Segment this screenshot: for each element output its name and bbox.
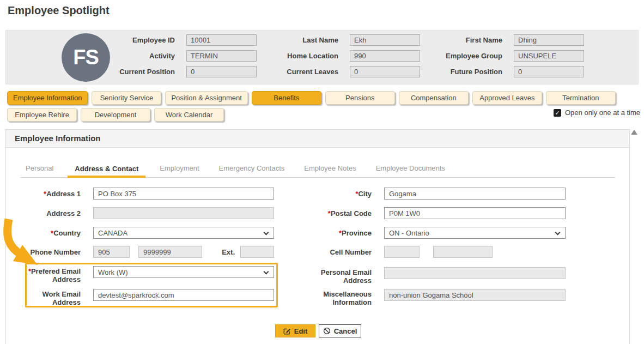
field-label: Activity — [99, 50, 175, 62]
country-label: *Country — [15, 229, 81, 237]
work-email-input[interactable] — [93, 289, 274, 301]
work-email-label: Work Email Address — [15, 290, 81, 306]
tab-seniority-service[interactable]: Seniority Service — [92, 91, 161, 105]
tab-position-assignment[interactable]: Position & Assignment — [165, 91, 247, 105]
employee-identity-panel: FS Employee ID Activity Current Position… — [5, 30, 639, 85]
ban-icon — [323, 327, 331, 335]
field-label: Employee ID — [99, 34, 175, 46]
current-position-field[interactable] — [186, 66, 257, 77]
open-only-one-checkbox[interactable]: ✓ — [554, 109, 561, 117]
field-label: Last Name — [262, 34, 338, 46]
subtab-employment[interactable]: Employment — [154, 164, 204, 177]
last-name-field[interactable] — [350, 34, 420, 46]
yellow-arrow-icon — [3, 217, 39, 267]
city-label: *City — [309, 190, 372, 198]
future-position-field[interactable] — [514, 66, 584, 77]
subtab-emergency-contacts[interactable]: Emergency Contacts — [214, 164, 290, 177]
tab-employee-rehire[interactable]: Employee Rehire — [7, 108, 77, 122]
scroll-up-triangle-icon[interactable] — [631, 130, 637, 135]
preferred-email-label: *Prefered Email Address — [15, 267, 81, 283]
chevron-down-icon — [264, 230, 269, 236]
ext-label: Ext. — [213, 248, 235, 256]
employee-information-panel: Employee Information Personal Address & … — [5, 129, 630, 344]
field-label: Current Position — [99, 66, 175, 77]
subtab-personal[interactable]: Personal — [20, 164, 59, 177]
tab-benefits[interactable]: Benefits — [252, 91, 321, 105]
pen-square-icon — [283, 327, 291, 335]
subtab-employee-documents[interactable]: Employee Documents — [370, 164, 451, 177]
tab-development[interactable]: Development — [81, 108, 150, 122]
cancel-button[interactable]: Cancel — [319, 324, 361, 337]
tab-termination[interactable]: Termination — [546, 91, 616, 105]
cell-area-input — [384, 246, 420, 258]
tab-row-1: Employee Information Seniority Service P… — [7, 91, 616, 105]
field-label: Current Leaves — [262, 66, 338, 77]
page-title: Employee Spotlight — [8, 4, 110, 17]
cell-number-label: Cell Number — [309, 248, 372, 256]
city-input[interactable] — [384, 188, 566, 200]
header-column-3: First Name Employee Group Future Positio… — [426, 34, 584, 77]
preferred-email-select[interactable]: Work (W) — [93, 266, 274, 278]
employee-id-field[interactable] — [186, 34, 257, 46]
address1-label: *Address 1 — [15, 190, 81, 198]
address2-label: Address 2 — [15, 209, 81, 218]
address2-input — [93, 207, 274, 219]
subtab-bar: Personal Address & Contact Employment Em… — [20, 164, 615, 178]
header-column-2: Last Name Home Location Current Leaves — [262, 34, 420, 77]
field-label: First Name — [426, 34, 502, 46]
cell-number-input — [433, 246, 493, 258]
misc-info-label: Miscellaneous Information — [309, 290, 372, 306]
tab-approved-leaves[interactable]: Approved Leaves — [472, 91, 542, 105]
tab-compensation[interactable]: Compensation — [399, 91, 469, 105]
tab-row-2: Employee Rehire Development Work Calenda… — [7, 108, 224, 122]
postal-code-label: *Postal Code — [309, 209, 372, 218]
field-label: Home Location — [262, 50, 338, 62]
subtab-address-contact[interactable]: Address & Contact — [68, 165, 145, 178]
subtab-employee-notes[interactable]: Employee Notes — [299, 164, 361, 177]
phone-area-input — [93, 246, 130, 258]
postal-code-input[interactable] — [384, 207, 566, 219]
chevron-down-icon — [555, 230, 561, 236]
chevron-down-icon — [264, 269, 269, 275]
personal-email-label: Personal Email Address — [309, 268, 372, 285]
edit-button[interactable]: Edit — [275, 324, 315, 337]
misc-info-input — [384, 289, 566, 301]
tab-work-calendar[interactable]: Work Calendar — [154, 108, 224, 122]
field-label: Employee Group — [426, 50, 502, 62]
activity-field[interactable] — [186, 50, 257, 62]
home-location-field[interactable] — [350, 50, 420, 62]
panel-title: Employee Information — [6, 130, 629, 148]
employee-group-field[interactable] — [514, 50, 584, 62]
province-label: *Province — [309, 229, 372, 237]
open-only-one-label: Open only one at a time — [565, 108, 640, 117]
province-select[interactable]: ON - Ontario — [384, 227, 566, 239]
current-leaves-field[interactable] — [350, 66, 420, 77]
tab-employee-information[interactable]: Employee Information — [7, 91, 88, 105]
country-select[interactable]: CANADA — [93, 227, 274, 239]
field-label: Future Position — [426, 66, 502, 77]
phone-ext-input — [240, 246, 274, 258]
header-column-1: Employee ID Activity Current Position — [99, 34, 257, 77]
personal-email-input — [384, 267, 566, 279]
open-only-one-option: ✓ Open only one at a time — [554, 108, 640, 117]
phone-number-label: Phone Number — [15, 248, 81, 256]
address1-input[interactable] — [93, 188, 274, 200]
first-name-field[interactable] — [514, 34, 584, 46]
phone-number-input — [138, 246, 202, 258]
tab-pensions[interactable]: Pensions — [325, 91, 395, 105]
